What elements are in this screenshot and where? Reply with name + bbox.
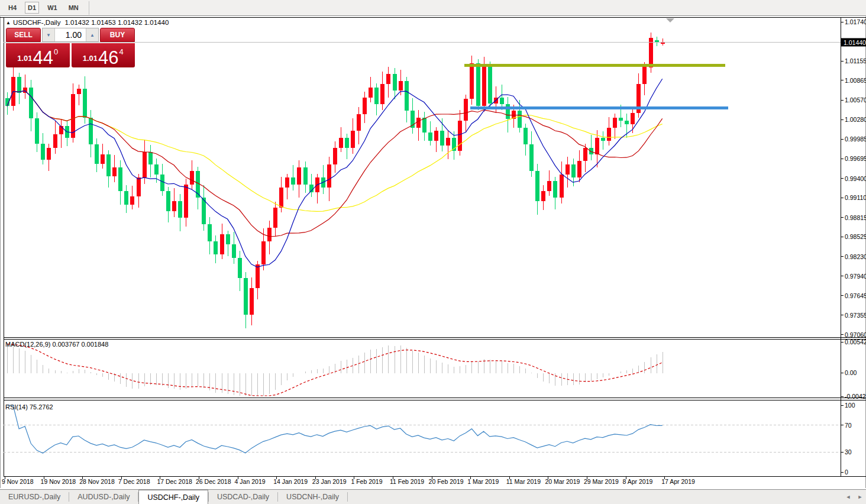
candle-body [184,185,188,218]
candle-body [482,64,486,106]
date-axis-label: 20 Feb 2019 [429,478,464,485]
price-axis-label: 0.98525 [845,233,866,240]
candle-body [500,98,504,104]
candle-body [547,181,551,191]
candle-body [244,278,248,315]
candle-body [458,121,462,151]
candle-body [261,241,266,265]
rsi-axis-label: 0 [845,469,848,476]
chart-shift-marker-icon[interactable] [666,18,674,22]
chart-tab-eurusd[interactable]: EURUSD-,Daily [0,490,69,504]
candle-body [464,99,468,121]
candle-body [399,81,403,91]
resistance-trendline[interactable] [464,64,725,67]
timeframe-button-h4[interactable]: H4 [5,2,20,14]
price-axis-label: 0.99110 [845,194,866,201]
volume-increase-button[interactable]: ▲ [86,28,98,41]
macd-values: 0.003767 0.001848 [52,341,108,348]
timeframe-button-w1[interactable]: W1 [44,2,60,14]
date-axis-label: 8 Apr 2019 [623,478,653,485]
price-axis-label: 0.98815 [845,214,866,221]
price-axis-label: 0.97355 [845,312,866,319]
timeframe-button-d1[interactable]: D1 [25,2,39,14]
candle-body [137,177,141,196]
macd-axis-label: 0.00 [845,369,857,376]
timeframe-button-mn[interactable]: MN [66,2,82,14]
candle-body [273,208,277,228]
candle-body [208,224,212,241]
candle-body [416,118,421,128]
candle-body [291,177,295,184]
price-axis-label: 0.97940 [845,273,866,280]
chart-tab-usdchf[interactable]: USDCHF-,Daily [138,490,208,504]
macd-indicator-label: MACD(12,26,9) 0.003767 0.001848 [5,341,108,348]
chart-title: ▲USDCHF-,Daily1.01432 1.01453 1.01432 1.… [6,19,169,26]
candle-body [518,111,522,127]
volume-decrease-button[interactable]: ▼ [43,28,55,41]
chart-tab-audusd[interactable]: AUDUSD-,Daily [69,490,138,504]
candle-body [470,63,474,99]
candle-body [148,152,153,164]
candle-body [374,88,379,104]
candle-body [172,201,176,211]
date-axis-label: 29 Mar 2019 [584,478,619,485]
sell-button[interactable]: SELL [6,28,41,42]
buy-price-big: 46 [98,50,118,66]
candle-body [226,234,230,244]
candle-body [297,167,301,184]
rsi-axis-label: 70 [845,422,852,429]
candle-body [303,167,308,184]
candle-body [106,154,111,176]
chart-tab-usdcad[interactable]: USDCAD-,Daily [209,490,277,504]
price-axis-label: 0.98230 [845,253,866,260]
chart-tab-usdcnh[interactable]: USDCNH-,Daily [278,490,347,504]
buy-price-box[interactable]: 1.01 46 4 [72,43,135,67]
buy-button[interactable]: BUY [100,28,135,42]
candle-body [351,131,355,147]
tab-scroll-left-icon[interactable]: ◄ [842,490,854,504]
volume-input[interactable]: 1.00 [55,28,86,41]
candle-body [380,84,384,104]
candle-body [190,171,194,185]
candle-body [154,164,159,175]
collapse-triangle-icon[interactable]: ▲ [6,20,11,25]
candle-body [345,138,349,148]
candle-body [524,128,528,144]
candle-body [238,258,242,278]
chart-canvas[interactable]: 1.014401.017401.011551.008651.005701.002… [0,0,866,504]
candle-body [428,133,432,141]
buy-price-base: 1.01 [83,54,98,63]
tab-scroll-right-icon[interactable]: ► [854,490,866,504]
price-axis-label: 1.00570 [845,96,866,104]
one-click-trading-panel: SELL ▼ 1.00 ▲ BUY 1.01 44 0 1.01 46 4 [6,28,135,67]
candle-body [488,64,492,104]
candle-body [83,89,87,118]
candle-body [405,81,409,111]
candle-body [101,154,105,164]
candle-body [393,74,397,91]
candle-body [333,148,337,164]
candle-body [566,164,570,175]
date-axis-label: 19 Nov 2018 [41,478,76,485]
price-axis-label: 1.01740 [845,18,866,25]
date-axis-label: 9 Nov 2018 [2,478,34,485]
candle-body [363,98,367,114]
candle-body [541,191,545,201]
price-axis-label: 0.97645 [845,292,866,299]
price-axis-label: 1.00280 [845,116,866,123]
price-axis-label: 0.97060 [845,331,866,338]
candle-body [631,113,635,124]
sell-price-box[interactable]: 1.01 44 0 [6,43,70,67]
date-axis-label: 26 Dec 2018 [196,478,231,485]
candle-body [506,104,510,119]
rsi-indicator-label: RSI(14) 75.2762 [5,403,53,411]
candle-body [619,118,623,121]
candle-body [53,134,57,148]
chart-tabs-bar: EURUSD-,DailyAUDUSD-,DailyUSDCHF-,DailyU… [0,489,866,504]
price-axis-label: 1.00865 [845,77,866,84]
support-trendline[interactable] [470,106,728,109]
date-axis-label: 7 Dec 2018 [118,478,150,485]
candle-body [339,138,343,148]
candle-body [41,144,45,160]
date-axis-label: 4 Jan 2019 [235,478,266,485]
